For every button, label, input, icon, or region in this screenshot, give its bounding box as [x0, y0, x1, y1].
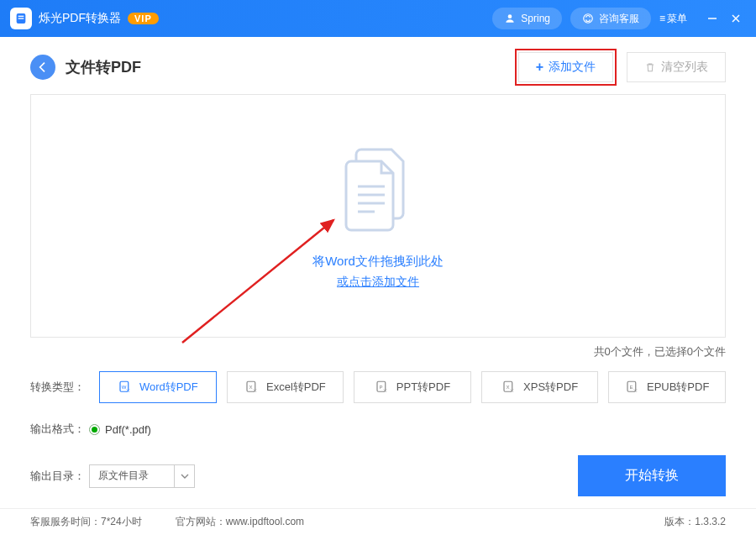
- svg-rect-1: [18, 16, 24, 17]
- page-header: 文件转PDF + 添加文件 清空列表: [0, 37, 756, 94]
- plus-icon: +: [536, 60, 543, 75]
- output-dir-select[interactable]: 原文件目录: [89, 464, 195, 488]
- output-dir-label: 输出目录：: [30, 469, 89, 484]
- convert-type-row: 转换类型： WWord转PDFXExcel转PDFPPPT转PDFXXPS转PD…: [0, 359, 756, 403]
- menu-label: 菜单: [667, 12, 687, 26]
- type-tab-3[interactable]: XXPS转PDF: [481, 371, 599, 403]
- user-name: Spring: [521, 13, 550, 24]
- format-radio[interactable]: [89, 424, 100, 435]
- dropzone-text2[interactable]: 或点击添加文件: [337, 275, 419, 290]
- app-logo-icon: [10, 8, 32, 29]
- support-label: 咨询客服: [599, 12, 639, 26]
- menu-button[interactable]: ≡ 菜单: [659, 12, 687, 26]
- filetype-icon: P: [375, 380, 390, 395]
- filetype-icon: E: [625, 380, 640, 395]
- output-dir-value: 原文件目录: [90, 469, 174, 483]
- site-link[interactable]: www.ipdftool.com: [226, 516, 304, 527]
- start-convert-button[interactable]: 开始转换: [578, 455, 726, 496]
- footer: 客服服务时间：7*24小时 官方网站：www.ipdftool.com 版本：1…: [0, 508, 756, 535]
- chevron-down-icon: [174, 465, 194, 487]
- document-icon: [336, 143, 420, 239]
- type-tab-4[interactable]: EEPUB转PDF: [608, 371, 726, 403]
- type-tab-1[interactable]: XExcel转PDF: [227, 371, 344, 403]
- type-tab-label: EPUB转PDF: [647, 380, 709, 395]
- type-tab-label: Excel转PDF: [266, 380, 326, 395]
- add-file-wrap: + 添加文件: [518, 52, 613, 82]
- file-count-status: 共0个文件，已选择0个文件: [0, 338, 756, 359]
- format-option: Pdf(*.pdf): [105, 423, 151, 436]
- filetype-icon: X: [501, 380, 517, 395]
- app-title: 烁光PDF转换器: [39, 11, 121, 26]
- annotation-arrow: [174, 208, 359, 351]
- type-tab-0[interactable]: WWord转PDF: [99, 371, 217, 403]
- type-tab-label: Word转PDF: [139, 380, 198, 395]
- clear-list-button[interactable]: 清空列表: [627, 52, 726, 82]
- output-format-label: 输出格式：: [30, 422, 89, 437]
- support-pill[interactable]: 咨询客服: [570, 8, 651, 29]
- svg-text:P: P: [379, 385, 382, 390]
- output-dir-row: 输出目录： 原文件目录 开始转换: [0, 437, 756, 496]
- version-info: 版本：1.3.3.2: [664, 515, 726, 529]
- back-button[interactable]: [30, 55, 55, 80]
- output-format-row: 输出格式： Pdf(*.pdf): [0, 403, 756, 437]
- filetype-icon: X: [244, 380, 260, 395]
- vip-badge: VIP: [128, 13, 159, 24]
- convert-type-label: 转换类型：: [30, 380, 89, 395]
- official-site: 官方网站：www.ipdftool.com: [176, 515, 304, 529]
- page-title: 文件转PDF: [66, 57, 141, 77]
- titlebar: 烁光PDF转换器 VIP Spring 咨询客服 ≡ 菜单: [0, 0, 756, 37]
- svg-text:X: X: [249, 385, 252, 390]
- close-button[interactable]: [726, 8, 746, 29]
- type-tab-2[interactable]: PPPT转PDF: [354, 371, 471, 403]
- svg-text:E: E: [629, 385, 633, 390]
- add-file-button[interactable]: + 添加文件: [518, 52, 613, 82]
- type-tab-label: XPS转PDF: [523, 380, 578, 395]
- svg-text:W: W: [122, 385, 127, 390]
- dropzone-text1: 将Word文件拖拽到此处: [312, 254, 444, 270]
- svg-text:X: X: [507, 385, 510, 390]
- svg-rect-2: [18, 18, 24, 18]
- type-tab-label: PPT转PDF: [396, 380, 450, 395]
- minimize-button[interactable]: [702, 8, 722, 29]
- svg-point-3: [508, 14, 512, 18]
- service-hours: 客服服务时间：7*24小时: [30, 515, 142, 529]
- dropzone[interactable]: 将Word文件拖拽到此处 或点击添加文件: [30, 94, 726, 338]
- svg-line-12: [182, 220, 333, 343]
- clear-label: 清空列表: [661, 60, 708, 75]
- add-file-label: 添加文件: [549, 60, 596, 75]
- user-pill[interactable]: Spring: [492, 8, 562, 29]
- filetype-icon: W: [118, 380, 133, 395]
